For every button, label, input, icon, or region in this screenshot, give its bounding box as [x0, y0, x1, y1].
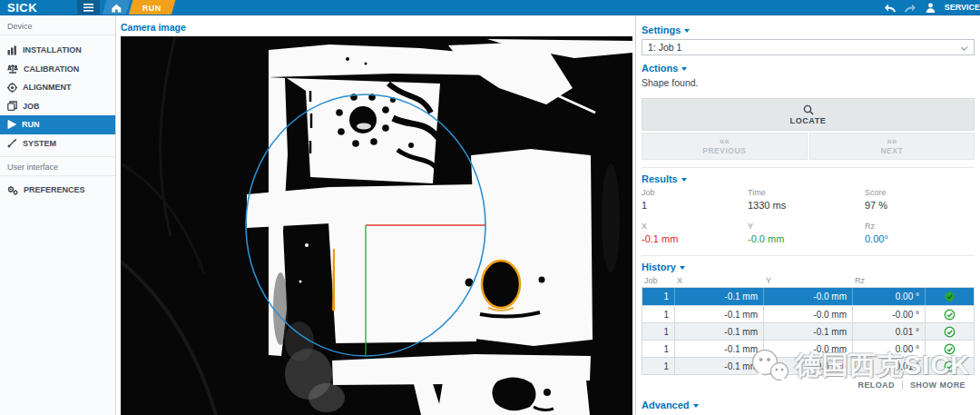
result-x-value: -0.1 mm: [642, 233, 748, 244]
table-row[interactable]: 1 -0.1 mm -0.0 mm -0.00 °: [642, 305, 974, 322]
top-bar: SICK RUN SERVICE: [0, 0, 980, 15]
sidebar-item-preferences[interactable]: PREFERENCES: [0, 181, 115, 200]
menu-icon: [83, 4, 93, 12]
app-window: SICK RUN SERVICE Device INSTALLA: [0, 0, 980, 415]
table-row[interactable]: 1 -0.1 mm -0.1 mm 0.01 °: [642, 322, 974, 340]
system-icon: [7, 138, 17, 148]
menu-button[interactable]: [77, 0, 100, 15]
settings-section-header[interactable]: Settings: [642, 25, 975, 35]
run-tab-label: RUN: [142, 3, 162, 12]
sidebar-section-user-interface: User interface: [0, 156, 115, 176]
next-button[interactable]: »» NEXT: [809, 133, 975, 160]
history-title: History: [642, 262, 676, 272]
advanced-title: Advanced: [642, 400, 690, 410]
ok-icon: [926, 288, 974, 305]
results-title: Results: [642, 173, 678, 184]
next-label: NEXT: [880, 146, 903, 155]
cell-job: 1: [642, 288, 675, 305]
status-text: Shape found.: [642, 77, 975, 88]
previous-button[interactable]: «« PREVIOUS: [642, 133, 808, 160]
result-y-label: Y: [748, 222, 865, 231]
actions-title: Actions: [642, 63, 678, 74]
column-header: Y: [763, 276, 852, 285]
next-icon: »»: [887, 137, 897, 145]
chevron-down-icon: [693, 404, 699, 408]
cell-x: -0.1 mm: [675, 358, 764, 374]
user-icon: [926, 3, 936, 13]
table-row[interactable]: 1 -0.1 mm -0.0 mm 0.01 °: [642, 357, 974, 374]
search-icon: [803, 104, 814, 115]
advanced-section-header[interactable]: Advanced: [642, 400, 975, 410]
cell-job: 1: [642, 358, 675, 374]
cell-x: -0.1 mm: [675, 306, 764, 322]
sidebar-item-label: ALIGNMENT: [23, 83, 72, 92]
sidebar-item-label: CALIBRATION: [24, 64, 79, 74]
sidebar-item-label: RUN: [22, 120, 40, 129]
cell-job: 1: [642, 323, 675, 340]
result-score-value: 97 %: [865, 200, 975, 211]
main-content: Camera image: [117, 16, 635, 415]
previous-label: PREVIOUS: [702, 146, 746, 155]
actions-section-header[interactable]: Actions: [642, 63, 975, 74]
column-header: Rz: [852, 276, 925, 285]
sidebar-item-calibration[interactable]: CALIBRATION: [0, 60, 115, 79]
installation-icon: [7, 45, 17, 55]
cell-y: -0.0 mm: [764, 358, 853, 374]
cell-x: -0.1 mm: [675, 288, 764, 305]
cell-y: -0.0 mm: [764, 341, 853, 357]
table-row[interactable]: 1 -0.1 mm -0.0 mm 0.00 °: [642, 288, 974, 305]
home-tab[interactable]: [103, 0, 131, 15]
redo-button[interactable]: [904, 2, 917, 13]
home-icon: [112, 3, 122, 12]
sidebar-section-device: Device: [0, 16, 115, 35]
sick-logo: SICK: [7, 0, 37, 15]
cell-rz: -0.00 °: [853, 306, 926, 322]
sidebar-item-run[interactable]: RUN: [0, 115, 115, 134]
cell-job: 1: [642, 306, 675, 322]
run-icon: [7, 120, 16, 129]
cell-y: -0.1 mm: [764, 323, 853, 340]
job-select[interactable]: 1: Job 1: [642, 39, 975, 55]
sidebar-item-alignment[interactable]: ALIGNMENT: [0, 78, 115, 97]
result-y-value: -0.0 mm: [748, 233, 865, 244]
run-tab[interactable]: RUN: [129, 0, 176, 15]
topbar-actions: SERVICE: [884, 2, 980, 13]
chevron-down-icon: [681, 178, 687, 182]
camera-image: [121, 36, 632, 415]
user-menu[interactable]: [924, 2, 937, 13]
cell-y: -0.0 mm: [764, 288, 853, 305]
locate-button[interactable]: LOCATE: [642, 98, 975, 131]
sidebar-item-job[interactable]: JOB: [0, 97, 115, 116]
sidebar-item-system[interactable]: SYSTEM: [0, 134, 115, 153]
chevron-down-icon: [680, 266, 685, 270]
result-job-label: Job: [642, 188, 748, 197]
reload-link[interactable]: RELOAD: [850, 380, 901, 390]
undo-button[interactable]: [884, 2, 897, 13]
result-time-value: 1330 ms: [748, 200, 865, 211]
result-rz-value: 0.00°: [865, 233, 975, 244]
results-section-header[interactable]: Results: [642, 173, 975, 184]
chevron-down-icon: [684, 29, 690, 33]
history-table-header: Job X Y Rz: [642, 276, 975, 285]
sidebar-item-label: INSTALLATION: [23, 45, 82, 54]
history-table: 1 -0.1 mm -0.0 mm 0.00 ° 1 -0.1 mm -0.0 …: [642, 287, 975, 375]
sidebar-item-label: PREFERENCES: [24, 185, 85, 194]
sidebar-item-label: SYSTEM: [23, 139, 56, 148]
sidebar-item-installation[interactable]: INSTALLATION: [0, 41, 115, 60]
alignment-icon: [7, 83, 17, 93]
result-job-value: 1: [642, 200, 748, 211]
redo-icon: [904, 3, 916, 13]
cell-x: -0.1 mm: [675, 341, 764, 357]
chevron-down-icon: [961, 44, 968, 51]
previous-icon: ««: [720, 137, 730, 145]
column-header: Job: [642, 276, 674, 285]
result-rz-label: Rz: [865, 222, 975, 231]
chevron-down-icon: [681, 67, 687, 71]
column-header: X: [674, 276, 763, 285]
show-more-link[interactable]: SHOW MORE: [902, 380, 973, 390]
cell-rz: 0.01 °: [853, 323, 926, 340]
table-row[interactable]: 1 -0.1 mm -0.0 mm 0.00 °: [642, 340, 974, 357]
job-icon: [7, 101, 17, 111]
ok-icon: [926, 341, 974, 357]
history-section-header[interactable]: History: [642, 262, 975, 272]
